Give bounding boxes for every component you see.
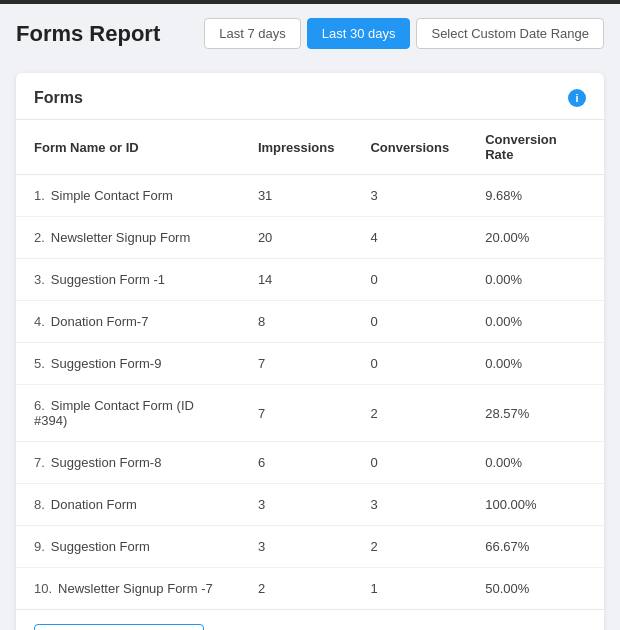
row-number: 10. [34,581,52,596]
form-name: Simple Contact Form (ID #394) [34,398,194,428]
row-number: 5. [34,356,45,371]
table-header-row: Form Name or ID Impressions Conversions … [16,120,604,175]
col-conversions: Conversions [352,120,467,175]
conversion-rate-cell: 20.00% [467,217,604,259]
row-number: 4. [34,314,45,329]
conversions-cell: 3 [352,175,467,217]
conversions-cell: 3 [352,484,467,526]
table-row: 10.Newsletter Signup Form -72150.00% [16,568,604,610]
conversions-cell: 1 [352,568,467,610]
impressions-cell: 6 [240,442,353,484]
impressions-cell: 3 [240,526,353,568]
form-name-cell: 7.Suggestion Form-8 [16,442,240,484]
col-form-name: Form Name or ID [16,120,240,175]
table-row: 3.Suggestion Form -11400.00% [16,259,604,301]
impressions-cell: 31 [240,175,353,217]
last-30-days-button[interactable]: Last 30 days [307,18,411,49]
table-row: 7.Suggestion Form-8600.00% [16,442,604,484]
table-row: 6.Simple Contact Form (ID #394)7228.57% [16,385,604,442]
table-row: 2.Newsletter Signup Form20420.00% [16,217,604,259]
row-number: 7. [34,455,45,470]
row-number: 9. [34,539,45,554]
row-number: 2. [34,230,45,245]
col-impressions: Impressions [240,120,353,175]
form-name-cell: 10.Newsletter Signup Form -7 [16,568,240,610]
form-name-cell: 4.Donation Form-7 [16,301,240,343]
conversion-rate-cell: 9.68% [467,175,604,217]
form-name: Suggestion Form-8 [51,455,162,470]
conversion-rate-cell: 0.00% [467,343,604,385]
form-name-cell: 2.Newsletter Signup Form [16,217,240,259]
main-content: Forms i Form Name or ID Impressions Conv… [0,63,620,630]
conversions-cell: 2 [352,385,467,442]
impressions-cell: 7 [240,343,353,385]
table-row: 5.Suggestion Form-9700.00% [16,343,604,385]
row-number: 1. [34,188,45,203]
conversions-cell: 4 [352,217,467,259]
form-name: Simple Contact Form [51,188,173,203]
impressions-cell: 7 [240,385,353,442]
conversions-cell: 0 [352,301,467,343]
form-name-cell: 8.Donation Form [16,484,240,526]
table-row: 4.Donation Form-7800.00% [16,301,604,343]
form-name: Newsletter Signup Form [51,230,190,245]
page-title: Forms Report [16,21,160,47]
info-icon[interactable]: i [568,89,586,107]
conversion-rate-cell: 50.00% [467,568,604,610]
conversions-cell: 0 [352,259,467,301]
col-conversion-rate: Conversion Rate [467,120,604,175]
form-name: Donation Form [51,497,137,512]
conversion-rate-cell: 66.67% [467,526,604,568]
forms-table: Form Name or ID Impressions Conversions … [16,120,604,609]
card-title: Forms [34,89,83,107]
impressions-cell: 8 [240,301,353,343]
conversions-cell: 0 [352,442,467,484]
form-name: Donation Form-7 [51,314,149,329]
conversions-cell: 2 [352,526,467,568]
forms-card: Forms i Form Name or ID Impressions Conv… [16,73,604,630]
last-7-days-button[interactable]: Last 7 days [204,18,301,49]
form-name: Suggestion Form [51,539,150,554]
custom-date-range-button[interactable]: Select Custom Date Range [416,18,604,49]
table-row: 1.Simple Contact Form3139.68% [16,175,604,217]
row-number: 6. [34,398,45,413]
form-name-cell: 1.Simple Contact Form [16,175,240,217]
conversion-rate-cell: 100.00% [467,484,604,526]
conversion-rate-cell: 0.00% [467,301,604,343]
form-name: Suggestion Form-9 [51,356,162,371]
impressions-cell: 3 [240,484,353,526]
conversions-cell: 0 [352,343,467,385]
form-name: Newsletter Signup Form -7 [58,581,213,596]
impressions-cell: 14 [240,259,353,301]
impressions-cell: 2 [240,568,353,610]
impressions-cell: 20 [240,217,353,259]
form-name-cell: 3.Suggestion Form -1 [16,259,240,301]
form-name: Suggestion Form -1 [51,272,165,287]
form-name-cell: 9.Suggestion Form [16,526,240,568]
table-row: 8.Donation Form33100.00% [16,484,604,526]
card-header: Forms i [16,73,604,120]
form-name-cell: 5.Suggestion Form-9 [16,343,240,385]
table-row: 9.Suggestion Form3266.67% [16,526,604,568]
view-full-report-button[interactable]: View Full Forms Report [34,624,204,630]
date-filters: Last 7 days Last 30 days Select Custom D… [204,18,604,49]
row-number: 3. [34,272,45,287]
conversion-rate-cell: 28.57% [467,385,604,442]
conversion-rate-cell: 0.00% [467,259,604,301]
card-footer: View Full Forms Report [16,609,604,630]
conversion-rate-cell: 0.00% [467,442,604,484]
header: Forms Report Last 7 days Last 30 days Se… [0,4,620,63]
row-number: 8. [34,497,45,512]
form-name-cell: 6.Simple Contact Form (ID #394) [16,385,240,442]
